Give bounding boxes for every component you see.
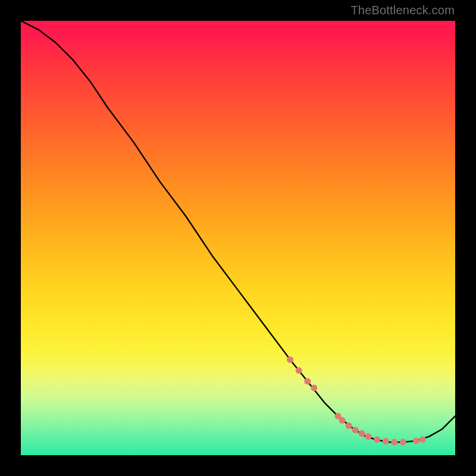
curve-marker bbox=[339, 417, 346, 424]
watermark-text: TheBottleneck.com bbox=[350, 4, 455, 17]
curve-marker bbox=[287, 356, 293, 363]
curve-marker bbox=[346, 422, 352, 429]
curve-marker bbox=[296, 367, 302, 374]
curve-marker bbox=[365, 433, 372, 440]
bottleneck-curve bbox=[21, 21, 455, 442]
curve-marker bbox=[400, 439, 406, 446]
curve-marker bbox=[359, 430, 365, 437]
curve-marker bbox=[374, 436, 380, 443]
curve-marker bbox=[383, 438, 389, 444]
curve-marker bbox=[391, 439, 397, 446]
chart-frame: TheBottleneck.com bbox=[0, 0, 476, 476]
curve-svg bbox=[21, 21, 455, 455]
marker-group bbox=[287, 356, 426, 446]
curve-marker bbox=[304, 378, 311, 384]
curve-marker bbox=[311, 384, 317, 391]
curve-marker bbox=[419, 436, 426, 443]
curve-marker bbox=[413, 437, 419, 444]
curve-marker bbox=[352, 427, 359, 433]
plot-area bbox=[21, 21, 455, 455]
